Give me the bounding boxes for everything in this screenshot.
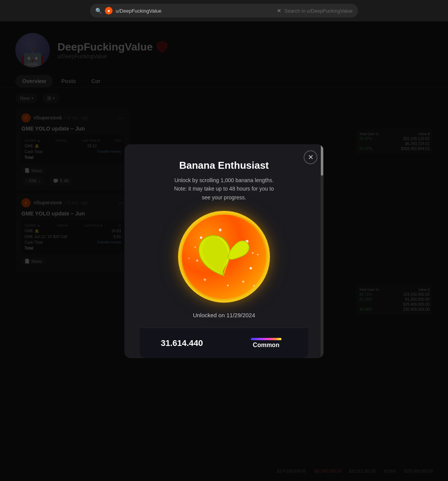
svg-point-8 <box>252 252 253 254</box>
svg-point-9 <box>195 246 196 248</box>
svg-point-3 <box>250 267 252 269</box>
unlock-date: Unlocked on 11/29/2024 <box>193 312 255 328</box>
modal-title: Banana Enthusiast <box>179 160 269 171</box>
modal-close-button[interactable]: ✕ <box>304 150 317 164</box>
svg-point-4 <box>219 229 222 232</box>
sparkle-1: ✦ <box>191 220 196 228</box>
close-icon: ✕ <box>308 153 314 161</box>
modal-count-section: 31.614.440 <box>140 328 224 358</box>
modal-overlay: ✕ Banana Enthusiast Unlock by scrolling … <box>0 21 448 481</box>
search-placeholder[interactable]: Search in u/DeepFuckingValue <box>284 8 353 14</box>
achievement-badge: ✦ ✦ ✦ ✦ ✦ ✦ <box>178 211 270 303</box>
svg-point-5 <box>242 281 244 283</box>
rarity-label: Common <box>253 342 279 349</box>
sparkle-6: ✦ <box>256 253 259 257</box>
search-icon: 🔍 <box>95 8 102 14</box>
sparkle-3: ✦ <box>190 283 193 287</box>
modal-count-value: 31.614.440 <box>161 338 203 348</box>
reddit-favicon: ● <box>105 7 113 15</box>
clear-url-icon[interactable]: ✕ <box>277 8 281 14</box>
modal-rarity-section: Common <box>224 328 308 358</box>
scrollbar-thumb <box>321 145 323 176</box>
sparkle-5: ✦ <box>188 257 190 260</box>
rarity-bar <box>251 338 281 340</box>
achievement-modal: ✕ Banana Enthusiast Unlock by scrolling … <box>124 144 324 358</box>
browser-bar: 🔍 ● u/DeepFuckingValue ✕ Search in u/Dee… <box>0 0 448 21</box>
sparkle-2: ✦ <box>251 222 255 228</box>
modal-scrollbar[interactable] <box>320 144 324 358</box>
svg-point-0 <box>200 236 202 239</box>
svg-point-2 <box>196 260 198 262</box>
banana-icon <box>190 222 258 291</box>
modal-description: Unlock by scrolling 1,000 banana lengths… <box>174 176 274 202</box>
main-content: 🤖 DeepFuckingValue u/DeepFuckingValue Ov… <box>0 21 448 481</box>
modal-bottom-bar: 31.614.440 Common <box>140 328 308 358</box>
badge-inner: ✦ ✦ ✦ ✦ ✦ ✦ <box>182 215 266 299</box>
address-bar[interactable]: 🔍 ● u/DeepFuckingValue ✕ Search in u/Dee… <box>90 4 358 18</box>
svg-point-7 <box>227 285 229 286</box>
url-text: u/DeepFuckingValue <box>116 8 274 14</box>
sparkle-4: ✦ <box>252 283 257 289</box>
svg-point-6 <box>204 279 206 281</box>
